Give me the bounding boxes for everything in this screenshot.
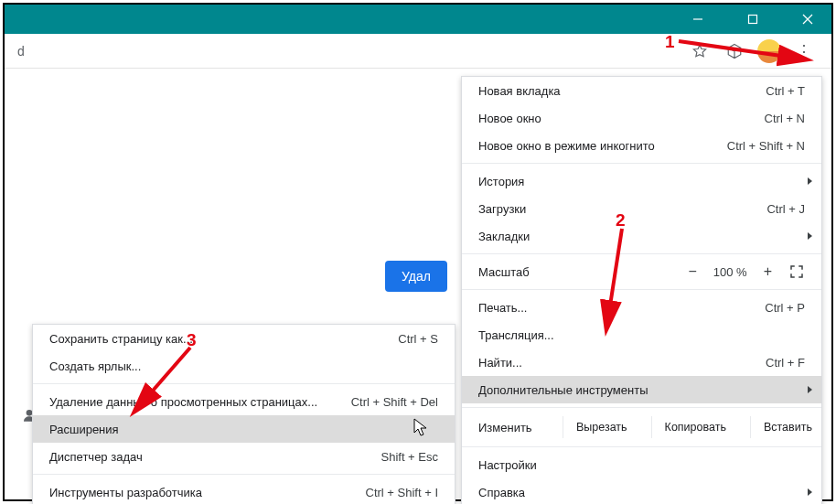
annotation-1: 1 [665, 32, 675, 52]
submenu-create-shortcut[interactable]: Создать ярлык... [33, 352, 455, 380]
edit-copy-button[interactable]: Копировать [651, 416, 739, 438]
zoom-out-button[interactable]: − [688, 263, 696, 280]
maximize-button[interactable] [734, 6, 771, 32]
toolbar: d ⋮ [5, 34, 831, 69]
annotation-3: 3 [187, 330, 197, 350]
menu-more-tools[interactable]: Дополнительные инструменты [462, 376, 821, 403]
more-tools-submenu: Сохранить страницу как...Ctrl + S Создат… [32, 324, 456, 504]
menu-dots-icon[interactable]: ⋮ [791, 38, 817, 64]
bookmark-star-icon[interactable] [687, 38, 713, 64]
menu-bookmarks[interactable]: Закладки [462, 222, 821, 250]
separator [462, 253, 821, 254]
address-bar[interactable]: d [12, 44, 687, 59]
menu-help[interactable]: Справка [462, 478, 821, 504]
menu-print[interactable]: Печать...Ctrl + P [462, 294, 821, 321]
annotation-2: 2 [616, 210, 626, 231]
submenu-extensions[interactable]: Расширения [33, 415, 455, 443]
fullscreen-icon[interactable] [788, 263, 805, 280]
separator [462, 163, 821, 164]
minimize-button[interactable] [680, 6, 716, 32]
menu-settings[interactable]: Настройки [462, 451, 821, 478]
menu-incognito[interactable]: Новое окно в режиме инкогнитоCtrl + Shif… [462, 132, 821, 159]
submenu-save-as[interactable]: Сохранить страницу как...Ctrl + S [33, 325, 455, 352]
edit-cut-button[interactable]: Вырезать [563, 416, 640, 438]
menu-downloads[interactable]: ЗагрузкиCtrl + J [462, 195, 821, 222]
menu-zoom: Масштаб − 100 % + [462, 258, 821, 285]
mouse-cursor-icon [413, 418, 428, 438]
profile-avatar[interactable] [756, 38, 782, 64]
extensions-cube-icon[interactable] [722, 38, 747, 64]
zoom-in-button[interactable]: + [764, 263, 772, 280]
titlebar [5, 5, 831, 34]
close-button[interactable] [789, 6, 826, 32]
delete-button[interactable]: Удал [385, 261, 447, 292]
menu-cast[interactable]: Трансляция... [462, 321, 821, 349]
chrome-main-menu: Новая вкладкаCtrl + T Новое окноCtrl + N… [461, 76, 822, 504]
edit-paste-button[interactable]: Вставить [750, 416, 825, 438]
submenu-clear-data[interactable]: Удаление данных о просмотренных страница… [33, 388, 455, 415]
menu-new-window[interactable]: Новое окноCtrl + N [462, 104, 821, 132]
separator [462, 407, 821, 408]
menu-history[interactable]: История [462, 167, 821, 195]
menu-new-tab[interactable]: Новая вкладкаCtrl + T [462, 77, 821, 104]
menu-edit-row: Изменить Вырезать Копировать Вставить [462, 412, 821, 443]
separator [462, 446, 821, 447]
separator [33, 474, 455, 475]
zoom-value: 100 % [713, 265, 747, 279]
separator [462, 289, 821, 290]
menu-find[interactable]: Найти...Ctrl + F [462, 349, 821, 376]
submenu-dev-tools[interactable]: Инструменты разработчикаCtrl + Shift + I [33, 478, 455, 504]
separator [33, 383, 455, 384]
submenu-task-manager[interactable]: Диспетчер задачShift + Esc [33, 443, 455, 470]
svg-rect-1 [749, 16, 757, 24]
